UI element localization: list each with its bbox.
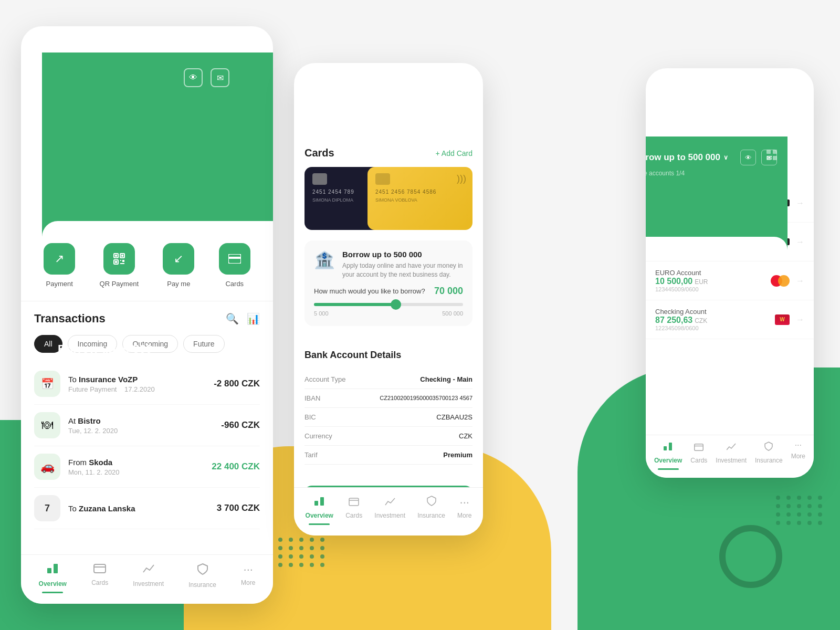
yellow-credit-card[interactable]: 2451 2456 7854 4586 SIMONA VOBLOVA ))) <box>368 167 472 230</box>
right-header-top: Borrow up to 500 000 ∨ 👁 ✉ <box>646 150 777 165</box>
nav-more-center[interactable]: ··· More <box>457 496 471 525</box>
borrow-slider-thumb[interactable] <box>391 299 401 310</box>
overview-icon-right <box>664 440 673 454</box>
borrow-slider-container: 5 000 500 000 <box>314 303 463 317</box>
borrow-promo-content: Borrow up to 500 000 Apply today online … <box>342 250 463 279</box>
yellow-card-wifi-icon: ))) <box>457 173 466 184</box>
overview-icon-center <box>314 496 324 509</box>
borrow-promo-center[interactable]: 🏦 Borrow up to 500 000 Apply today onlin… <box>304 240 472 326</box>
right-checking2-balance-row: 87 250,63 CZK <box>655 316 769 325</box>
nav-investment-label-center: Investment <box>374 512 405 519</box>
borrow-title-right: Borrow up to 500 000 ∨ <box>646 152 728 163</box>
detail-label-iban: IBAN <box>304 394 320 402</box>
borrow-amount-value: 70 000 <box>434 286 463 297</box>
eye-icon[interactable]: 👁 <box>184 68 203 87</box>
mail-icon[interactable]: ✉ <box>211 68 229 87</box>
borrow-promo-top: 🏦 Borrow up to 500 000 Apply today onlin… <box>314 250 463 279</box>
nav-more-right[interactable]: ··· More <box>791 440 805 470</box>
svg-rect-25 <box>695 444 704 451</box>
dots-decoration-1 <box>278 538 327 567</box>
nav-cards-center[interactable]: Cards <box>345 496 362 525</box>
header-wave-left <box>42 221 273 242</box>
borrow-text-right: Borrow up to 500 000 <box>646 152 720 163</box>
mastercard-logo <box>771 275 790 287</box>
svg-rect-12 <box>54 564 58 573</box>
investment-icon-center <box>385 496 395 509</box>
investment-icon-right <box>727 440 736 454</box>
nav-cards-label-center: Cards <box>345 512 362 519</box>
nav-cards-left[interactable]: Cards <box>91 563 108 593</box>
bank-account-details: Bank Account Details Account Type Checki… <box>294 339 483 475</box>
svg-rect-19 <box>766 150 771 154</box>
nav-investment-center[interactable]: Investment <box>374 496 405 525</box>
nav-investment-left[interactable]: Investment <box>133 563 164 593</box>
add-card-button[interactable]: + Add Card <box>436 149 472 158</box>
svg-rect-24 <box>669 443 672 450</box>
right-euro-balance: 10 500,00 <box>655 277 692 286</box>
more-icon-center: ··· <box>460 496 469 509</box>
nav-insurance-label-center: Insurance <box>417 512 445 519</box>
right-checking2-balance: 87 250,63 <box>655 316 692 325</box>
nav-overview-center[interactable]: Overview <box>306 496 333 525</box>
nav-cards-label-left: Cards <box>91 579 108 586</box>
detail-bic: BIC CZBAAU2S <box>304 408 472 427</box>
nav-overview-left[interactable]: Overview <box>39 563 67 593</box>
borrow-question: How much would you like to borrow? <box>314 287 425 295</box>
right-checking2-arrow: → <box>796 315 804 324</box>
nav-insurance-right[interactable]: Insurance <box>755 440 783 470</box>
detail-tarif: Tarif Premium <box>304 446 472 465</box>
eye-icon-right[interactable]: 👁 <box>740 150 756 165</box>
nav-insurance-label-left: Insurance <box>188 581 216 589</box>
slider-max-label: 500 000 <box>442 310 463 317</box>
nav-insurance-label-right: Insurance <box>755 457 783 464</box>
chevron-down-icon: ∨ <box>178 352 184 360</box>
nav-investment-label-left: Investment <box>133 580 164 587</box>
nav-overview-right[interactable]: Overview <box>654 440 682 470</box>
borrow-text-left: Borrow up to 500 000 <box>58 342 174 370</box>
right-euro-balance-row: 10 500,00 EUR <box>655 277 764 286</box>
bottom-nav-center: Overview Cards Investment Insurance ··· … <box>294 487 483 536</box>
detail-value-bic: CZBAAU2S <box>436 413 472 421</box>
cards-section-center: Cards + Add Card 2451 2454 789 SIMONA DI… <box>294 136 483 339</box>
overview-nav-icon <box>46 563 59 578</box>
detail-value-iban: CZ2100200195000035700123 4567 <box>380 395 472 401</box>
nav-investment-label-right: Investment <box>716 457 747 464</box>
more-nav-icon-left: ··· <box>244 563 253 576</box>
detail-value-currency: CZK <box>459 432 472 440</box>
detail-value-type: Checking - Main <box>420 375 472 383</box>
svg-rect-22 <box>773 156 777 160</box>
borrow-promo-desc: Apply today online and have your money i… <box>342 261 463 279</box>
nav-more-label-left: More <box>241 579 255 586</box>
insurance-icon-right <box>764 440 773 454</box>
dots-decoration-2 <box>776 496 824 525</box>
right-account-euro[interactable]: EURO Account 10 500,00 EUR 123445009/060… <box>646 261 814 300</box>
svg-rect-15 <box>314 501 318 506</box>
nav-more-left[interactable]: ··· More <box>241 563 255 593</box>
right-checking-arrow: → <box>796 198 804 208</box>
nav-investment-right[interactable]: Investment <box>716 440 747 470</box>
nav-overview-label-center: Overview <box>306 512 333 519</box>
nav-cards-right[interactable]: Cards <box>690 440 707 470</box>
nav-cards-label-right: Cards <box>690 457 707 464</box>
right-checking2-name: Checking Acount <box>655 308 769 316</box>
detail-label-type: Account Type <box>304 375 346 383</box>
cards-icon-center <box>349 496 359 509</box>
detail-currency: Currency CZK <box>304 427 472 446</box>
svg-rect-13 <box>94 564 106 573</box>
yellow-card-number: 2451 2456 7854 4586 <box>375 189 465 195</box>
nav-insurance-center[interactable]: Insurance <box>417 496 445 525</box>
nav-insurance-left[interactable]: Insurance <box>188 563 216 593</box>
right-account-checking2[interactable]: Checking Acount 87 250,63 CZK 122345098/… <box>646 300 814 339</box>
right-euro-info: EURO Account 10 500,00 EUR 123445009/060… <box>655 269 764 292</box>
phone-left: Borrow up to 500 000 ∨ 👁 ✉ Checking Acco… <box>21 26 273 604</box>
insurance-icon-center <box>427 496 436 509</box>
borrow-slider-labels: 5 000 500 000 <box>314 310 463 317</box>
nav-overview-label-right: Overview <box>654 457 682 464</box>
bottom-nav-left: Overview Cards Investment Insurance ··· … <box>21 554 273 604</box>
left-header-icons: 👁 ✉ <box>184 68 273 604</box>
right-euro-currency: EUR <box>695 278 708 286</box>
right-euro-arrow: → <box>796 276 804 286</box>
svg-rect-16 <box>320 497 324 506</box>
borrow-promo-icon: 🏦 <box>314 250 335 270</box>
grid-icon-right[interactable] <box>766 150 777 162</box>
